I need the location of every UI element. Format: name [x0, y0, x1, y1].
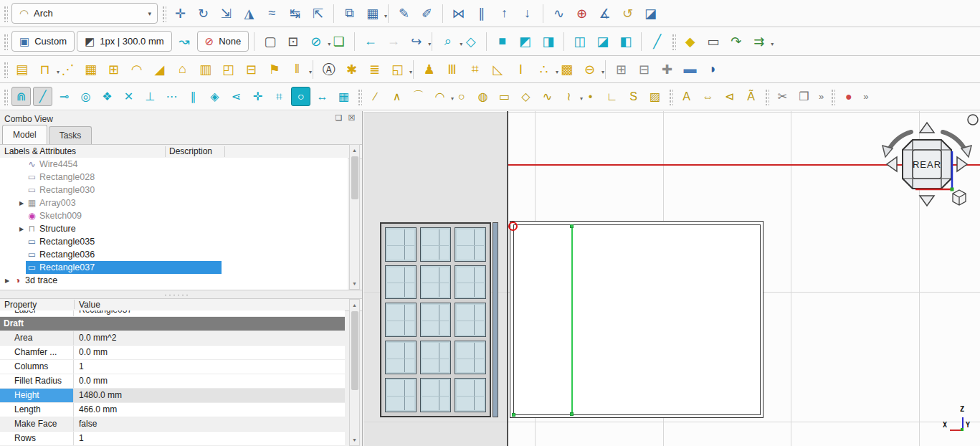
edit-button[interactable]: ✎ — [394, 3, 414, 24]
selection-view-button[interactable]: ❏ — [328, 31, 349, 52]
rectangle-opening-inner[interactable] — [513, 224, 761, 415]
arch-schedule-table-button[interactable]: ▩ — [556, 59, 577, 80]
trimex-button[interactable]: ↹ — [285, 3, 305, 24]
arch-structure-button[interactable]: ⊓▾ — [34, 59, 55, 80]
offset-button[interactable]: ≈ — [262, 3, 282, 24]
navcube-face-label[interactable]: REAR — [913, 159, 941, 170]
selection-node[interactable] — [512, 413, 515, 417]
snap-center-toggle[interactable]: ◎ — [76, 87, 95, 106]
arch-profile-button[interactable]: Ⅰ — [510, 59, 531, 80]
scroll-down-icon[interactable]: ▼ — [350, 279, 359, 288]
tree-item-rectangle037[interactable]: ▭Rectangle037 — [0, 261, 348, 274]
tree-item-rectangle028[interactable]: ▭Rectangle028 — [0, 171, 348, 184]
rotate-button[interactable]: ↻ — [193, 3, 214, 24]
draft-line-button[interactable]: ∕ — [366, 87, 385, 106]
property-name[interactable]: Fillet Radius — [0, 374, 74, 388]
arch-equipment-button[interactable]: ♟ — [419, 59, 439, 80]
panel-splitter[interactable] — [0, 290, 362, 299]
tree-item-rectangle030[interactable]: ▭Rectangle030 — [0, 184, 348, 196]
property-row-chamfer-[interactable]: Chamfer ...0.0 mm — [0, 346, 345, 360]
open-folder-button[interactable]: ▭ — [703, 31, 723, 52]
zoom-tools-button[interactable]: ⌕▾ — [437, 31, 458, 52]
scale-button[interactable]: ⇲ — [216, 3, 237, 24]
view-top-button[interactable]: ◩ — [515, 31, 536, 52]
window-pane[interactable] — [455, 227, 486, 262]
snap-intersection-toggle[interactable]: ✕ — [119, 87, 138, 106]
tree-item-cell[interactable]: ▭Rectangle028 — [26, 171, 95, 184]
box-element-selection-button[interactable]: ⊡ — [282, 31, 303, 52]
tree-item-cell[interactable]: ▭Rectangle037 — [26, 261, 222, 274]
snap-endpoint-toggle[interactable]: ╱ — [33, 87, 52, 106]
window-pane[interactable] — [455, 341, 486, 375]
tree-item-sketch009[interactable]: ◉Sketch009 — [0, 209, 348, 222]
export-options-button[interactable]: ⇉▾ — [748, 31, 769, 52]
window-pane[interactable] — [420, 303, 452, 337]
snap-midpoint-toggle[interactable]: ⊸ — [54, 87, 74, 106]
tab-model[interactable]: Model — [2, 125, 47, 144]
view-rear-button[interactable]: ◫ — [569, 31, 590, 52]
draft-facebinder-button[interactable]: ∟ — [602, 87, 622, 106]
expand-caret-icon[interactable]: ▶ — [3, 277, 11, 284]
grid-toggle[interactable]: ▦ — [334, 87, 353, 106]
tree-item-3d-trace[interactable]: ▶◑3d trace — [0, 274, 348, 287]
property-row-draft[interactable]: Draft — [0, 317, 345, 331]
downgrade-button[interactable]: ↓ — [517, 3, 538, 24]
arch-grid-button[interactable]: ⊟ — [241, 59, 262, 80]
tree-item-array003[interactable]: ▶▦Array003 — [0, 196, 348, 209]
view-left-button[interactable]: ◧ — [615, 31, 636, 52]
arch-rebar-button[interactable]: ⋰ — [57, 59, 78, 80]
tree-item-cell[interactable]: ⊓Structure — [26, 222, 76, 235]
tree-item-cell[interactable]: ◑3d trace — [11, 274, 57, 287]
toolbar-handle[interactable] — [357, 88, 362, 105]
window-frame-profile[interactable] — [493, 222, 498, 417]
draft-bspline-button[interactable]: ∿ — [538, 87, 557, 106]
property-value[interactable]: 0.0 mm — [74, 346, 345, 359]
arch-pipe-connector-button[interactable]: ⊖▾ — [579, 59, 600, 80]
draft-ellipse-button[interactable]: ◍ — [473, 87, 493, 106]
expand-caret-icon[interactable]: ▶ — [17, 200, 26, 207]
arch-stairs-button[interactable]: ≣ — [364, 59, 385, 80]
window-pane[interactable] — [385, 227, 417, 262]
snap-angle-toggle[interactable]: ❖ — [97, 87, 117, 106]
copy-button[interactable]: ❐ — [794, 87, 814, 106]
nav-forward-button[interactable]: → — [383, 31, 404, 52]
selection-node[interactable] — [570, 224, 574, 228]
apply-style-button[interactable]: ↝ — [174, 31, 195, 52]
toolbar-overflow-1[interactable]: » — [816, 91, 827, 102]
part-shape-button[interactable]: ◆ — [680, 31, 700, 52]
property-name[interactable]: Rows — [0, 432, 74, 445]
property-row-columns[interactable]: Columns1 — [0, 360, 345, 374]
window-object[interactable] — [380, 222, 491, 417]
shape-2d-view-button[interactable]: ◪ — [640, 3, 661, 24]
window-pane[interactable] — [420, 227, 452, 262]
draft-text-button[interactable]: A — [677, 87, 696, 106]
window-pane[interactable] — [385, 378, 417, 412]
arch-building-part-button[interactable]: ◠ — [126, 59, 147, 80]
toolbar-handle[interactable] — [668, 88, 673, 105]
snap-dimensions-toggle[interactable]: ↔ — [313, 87, 332, 106]
property-scrollbar-thumb[interactable] — [351, 311, 358, 390]
draft-rectangle-button[interactable]: ▭ — [495, 87, 514, 106]
snap-extension-toggle[interactable]: ⋯ — [162, 87, 181, 106]
view-bottom-button[interactable]: ◪ — [592, 31, 613, 52]
arch-roof-button[interactable]: ◢ — [149, 59, 170, 80]
property-header[interactable]: Property Value — [0, 299, 362, 311]
scroll-down-icon[interactable]: ▼ — [350, 435, 359, 445]
draw-style-button[interactable]: ⊘▾ — [305, 31, 326, 52]
property-row-height[interactable]: Height1480.0 mm — [0, 389, 345, 403]
arch-schedule-button[interactable]: ▥ — [195, 59, 216, 80]
array-tools-button[interactable]: ▦▾ — [362, 3, 383, 24]
float-panel-icon[interactable]: ❏ — [334, 113, 343, 123]
arch-section-plane-button[interactable]: ◰ — [218, 59, 239, 80]
rectangle-opening[interactable] — [510, 221, 763, 418]
property-row-make-face[interactable]: Make Facefalse — [0, 417, 345, 432]
tree-item-cell[interactable]: ▭Rectangle030 — [26, 184, 95, 196]
view-axonometric-button[interactable]: ◇ — [460, 31, 481, 52]
navcube-down-arrow[interactable] — [920, 196, 934, 206]
arch-axis-button[interactable]: Ⓐ — [318, 59, 339, 80]
wire-to-bspline-button[interactable]: ∿ — [548, 3, 569, 24]
arch-window-button[interactable]: ⊞ — [103, 59, 124, 80]
snap-lock-toggle[interactable]: ⋒ — [11, 87, 31, 106]
property-name[interactable]: Chamfer ... — [0, 346, 74, 359]
tree-scrollbar-thumb[interactable] — [351, 156, 358, 199]
